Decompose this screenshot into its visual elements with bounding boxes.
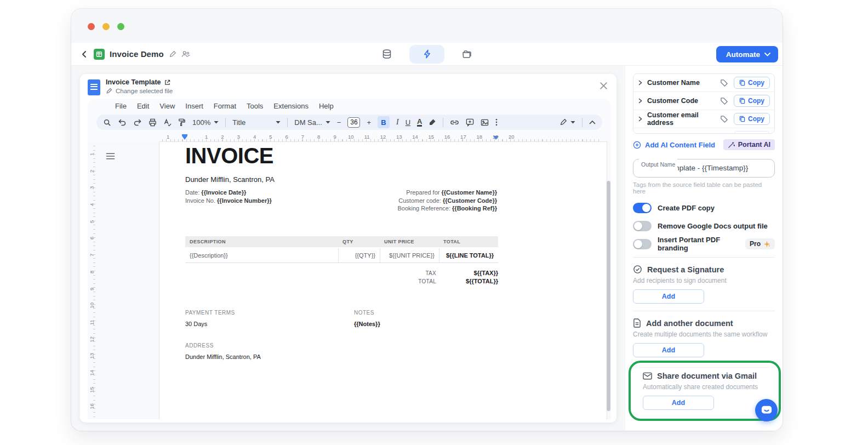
- automate-button[interactable]: Automate: [716, 46, 778, 62]
- insert-link-icon[interactable]: [450, 119, 459, 126]
- ruler-number: 16: [439, 134, 455, 140]
- undo-icon[interactable]: [118, 118, 127, 126]
- outputs-tab-icon[interactable]: [459, 45, 475, 64]
- font-size-input[interactable]: 36: [347, 117, 360, 128]
- portant-ai-badge[interactable]: Portant AI: [723, 139, 775, 150]
- search-icon[interactable]: [103, 118, 111, 127]
- section-desc: Create multiple documents the same workf…: [633, 330, 775, 338]
- workflow-tab-icon[interactable]: [409, 45, 444, 64]
- create-pdf-toggle[interactable]: [633, 203, 652, 213]
- remove-gdocs-toggle[interactable]: [633, 221, 652, 231]
- toggle-row: Remove Google Docs output file: [633, 220, 775, 232]
- source-fields-list: Customer Name Copy Customer Code Copy Cu…: [633, 73, 775, 134]
- document-canvas: 12345678910111213141516 INVOICE Dunder M…: [88, 141, 611, 419]
- workflow-sidebar: Customer Name Copy Customer Code Copy Cu…: [625, 66, 783, 431]
- docs-menu-item[interactable]: Extensions: [273, 102, 309, 110]
- section-desc: Add recipients to sign document: [633, 277, 775, 284]
- ruler-number: 2: [88, 167, 100, 175]
- docs-menu-item[interactable]: Help: [319, 102, 334, 110]
- underline-button[interactable]: U: [406, 118, 410, 127]
- more-options-icon[interactable]: [495, 118, 498, 126]
- font-size-increase[interactable]: +: [367, 118, 371, 127]
- ruler-number: 10: [88, 302, 100, 310]
- close-window-button[interactable]: [88, 23, 95, 30]
- top-bar: Invoice Demo Automate: [71, 43, 783, 66]
- ruler-number: 16: [88, 403, 100, 410]
- add-gmail-share-button[interactable]: Add: [643, 396, 714, 410]
- change-selected-file[interactable]: Change selected file: [106, 88, 173, 94]
- copy-icon: [739, 116, 745, 122]
- collapse-toolbar-icon[interactable]: [589, 120, 596, 124]
- ruler-number: 17: [455, 134, 471, 140]
- ruler-number: 9: [88, 285, 100, 293]
- copy-tag-button[interactable]: Copy: [734, 77, 770, 89]
- italic-button[interactable]: I: [396, 118, 399, 127]
- workflow-title: Invoice Demo: [110, 49, 164, 59]
- ruler-number: 1: [198, 134, 214, 140]
- font-size-decrease[interactable]: −: [337, 118, 341, 127]
- edit-title-icon[interactable]: [169, 50, 176, 58]
- docs-menu-item[interactable]: Edit: [137, 102, 149, 110]
- minimize-window-button[interactable]: [102, 23, 110, 30]
- output-name-input[interactable]: Output Name Invoice Template - {{Timesta…: [633, 159, 775, 178]
- tag-icon[interactable]: [720, 133, 728, 134]
- share-team-icon[interactable]: [181, 50, 191, 58]
- close-icon[interactable]: [599, 82, 608, 90]
- open-external-icon[interactable]: [164, 79, 170, 85]
- tag-icon[interactable]: [720, 115, 728, 123]
- maximize-window-button[interactable]: [117, 23, 124, 30]
- editing-mode-select[interactable]: [559, 118, 575, 126]
- ruler-number: 19: [487, 134, 503, 140]
- add-comment-icon[interactable]: [466, 118, 474, 127]
- payment-terms-value: 30 Days: [185, 321, 354, 327]
- document-outline-icon[interactable]: [106, 152, 115, 160]
- font-select[interactable]: DM Sa...: [294, 118, 330, 127]
- back-button[interactable]: [80, 50, 89, 59]
- paint-format-icon[interactable]: [178, 118, 186, 127]
- docs-menu-item[interactable]: File: [115, 102, 127, 110]
- horizontal-ruler-numbers: 11234567891011121314151617181920: [159, 134, 542, 141]
- invoice-totals: TAX${{TAX}} TOTAL${{TOTAL}}: [185, 270, 498, 286]
- chevron-right-icon[interactable]: [638, 80, 643, 85]
- insert-image-icon[interactable]: [481, 119, 489, 126]
- bold-button[interactable]: B: [378, 116, 390, 128]
- docs-menu-item[interactable]: View: [159, 102, 175, 110]
- google-docs-icon: [88, 79, 100, 95]
- copy-icon: [739, 79, 745, 86]
- tag-icon[interactable]: [720, 79, 728, 87]
- invoice-date-tag: {{Invoice Date}}: [201, 189, 246, 196]
- docs-menu-item[interactable]: Insert: [185, 102, 203, 110]
- pencil-icon: [106, 88, 112, 94]
- data-source-tab-icon[interactable]: [379, 45, 395, 64]
- pdf-branding-toggle[interactable]: [633, 239, 652, 249]
- add-ai-content-field[interactable]: Add AI Content Field: [633, 141, 715, 149]
- text-color-button[interactable]: A: [417, 118, 422, 127]
- signature-section: Request a Signature Add recipients to si…: [633, 265, 775, 304]
- copy-tag-button[interactable]: Copy: [734, 131, 770, 134]
- chat-widget-button[interactable]: [755, 399, 778, 421]
- spellcheck-icon[interactable]: [163, 118, 172, 127]
- docs-menu-item[interactable]: Tools: [247, 102, 263, 110]
- zoom-select[interactable]: 100%: [192, 118, 219, 127]
- chevron-right-icon[interactable]: [638, 98, 643, 104]
- redo-icon[interactable]: [133, 118, 142, 126]
- tag-icon[interactable]: [720, 97, 728, 105]
- address-value: Dunder Mifflin, Scantron, PA: [185, 353, 261, 360]
- add-signature-button[interactable]: Add: [633, 289, 704, 304]
- document-scrollbar[interactable]: [607, 181, 610, 411]
- chevron-right-icon[interactable]: [638, 116, 643, 122]
- print-icon[interactable]: [149, 118, 157, 127]
- docs-menu-item[interactable]: Format: [214, 102, 236, 110]
- add-document-button[interactable]: Add: [633, 343, 704, 357]
- ruler-number: 1: [88, 150, 100, 158]
- copy-tag-button[interactable]: Copy: [734, 113, 770, 125]
- paragraph-style-select[interactable]: Title: [232, 118, 281, 127]
- template-title: Invoice Template: [106, 78, 161, 86]
- document-page[interactable]: INVOICE Dunder Mifflin, Scantron, PA Dat…: [159, 141, 607, 419]
- field-row: Customer Name Copy: [633, 74, 774, 92]
- highlight-color-icon[interactable]: [429, 118, 436, 126]
- vertical-ruler: 12345678910111213141516: [88, 146, 95, 415]
- copy-tag-button[interactable]: Copy: [734, 95, 770, 107]
- check-circle-icon: [633, 265, 642, 274]
- ruler-number: 4: [88, 201, 100, 208]
